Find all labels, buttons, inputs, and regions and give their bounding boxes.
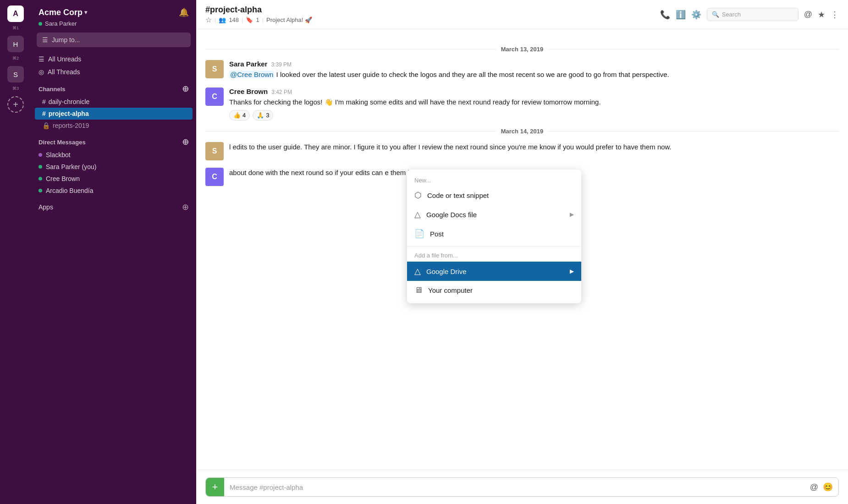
google-docs-icon: △ — [414, 209, 421, 219]
computer-icon: 🖥 — [414, 285, 423, 295]
jump-to-label: Jump to... — [52, 36, 80, 44]
cree-sender-name[interactable]: Cree Brown — [229, 88, 268, 95]
attachment-dropdown: New... ⬡ Code or text snippet △ Google D… — [407, 170, 581, 303]
workspace-name[interactable]: Acme Corp ▾ — [39, 8, 87, 17]
reaction-pray[interactable]: 🙏 3 — [253, 110, 273, 121]
arcadio-status-icon — [39, 189, 42, 192]
cree-message-time: 3:42 PM — [271, 89, 292, 95]
reaction-thumbsup[interactable]: 👍 4 — [229, 110, 250, 121]
sara-message-header: Sara Parker 3:39 PM — [229, 60, 839, 68]
emoji-icon[interactable]: 😊 — [823, 482, 833, 492]
dropdown-your-computer[interactable]: 🖥 Your computer — [407, 281, 581, 300]
notifications-bell-icon[interactable]: 🔔 — [179, 7, 189, 17]
mention-icon[interactable]: @ — [804, 10, 812, 19]
dm-arcadio-buendia[interactable]: Arcadio Buendía — [31, 185, 196, 197]
search-placeholder: Search — [722, 11, 741, 18]
search-icon: 🔍 — [712, 11, 719, 18]
post-icon: 📄 — [414, 229, 424, 239]
channel-hash-icon: # — [42, 98, 46, 105]
phone-icon[interactable]: 📞 — [660, 10, 670, 20]
user-status: Sara Parker — [31, 19, 196, 33]
dropdown-code-snippet[interactable]: ⬡ Code or text snippet — [407, 186, 581, 205]
dropdown-google-drive[interactable]: △ Google Drive ▶ — [407, 262, 581, 281]
jump-to-button[interactable]: ☰ Jump to... — [37, 33, 191, 47]
dropdown-new-label: New... — [407, 173, 581, 186]
settings-icon[interactable]: ⚙️ — [691, 10, 701, 20]
channel-meta: ☆ | 👥 148 | 🔖 1 | Project Alpha! 🚀 — [205, 16, 312, 24]
sara-sender-name[interactable]: Sara Parker — [229, 60, 267, 68]
sara-message-time: 3:39 PM — [271, 61, 292, 68]
add-dm-icon[interactable]: ⊕ — [182, 137, 189, 147]
google-docs-arrow-icon: ▶ — [570, 211, 574, 218]
status-dot-icon — [39, 22, 42, 26]
sara-avatar: S — [205, 60, 224, 78]
channel-star-icon[interactable]: ☆ — [205, 16, 212, 24]
dropdown-google-docs[interactable]: △ Google Docs file ▶ — [407, 205, 581, 224]
unreads-icon: ☰ — [39, 55, 44, 63]
bookmarks-count: 1 — [256, 16, 259, 23]
rail-shortcut-2: ⌘2 — [12, 56, 19, 60]
cree-avatar: C — [205, 88, 224, 106]
channel-name: #project-alpha — [205, 5, 262, 15]
partial1-message: l edits to the user guide. They are mino… — [229, 142, 839, 160]
more-icon[interactable]: ⋮ — [831, 10, 839, 20]
apps-section[interactable]: Apps ⊕ — [31, 197, 196, 214]
dm-slackbot[interactable]: Slackbot — [31, 149, 196, 161]
left-rail: A ⌘1 H ⌘2 S ⌘3 + — [0, 0, 31, 504]
message-input-field[interactable] — [224, 479, 804, 496]
google-drive-icon: △ — [414, 266, 421, 276]
dropdown-post[interactable]: 📄 Post — [407, 224, 581, 243]
sidebar-item-all-threads[interactable]: ◎ All Threads — [31, 66, 196, 78]
sidebar-channel-project-alpha[interactable]: # project-alpha — [35, 108, 193, 120]
sidebar-channel-daily-chronicle[interactable]: # daily-chronicle — [35, 96, 193, 108]
channel-header-left: #project-alpha ☆ | 👥 148 | 🔖 1 | Project… — [205, 5, 312, 24]
dropdown-divider — [407, 246, 581, 247]
message-add-button[interactable]: + — [206, 478, 224, 496]
date-divider-2: March 14, 2019 — [205, 128, 839, 135]
rail-item-h[interactable]: H — [7, 36, 24, 52]
search-box[interactable]: 🔍 Search — [707, 8, 798, 21]
members-count: 148 — [229, 16, 239, 23]
channel-header-right: 📞 ℹ️ ⚙️ 🔍 Search @ ★ ⋮ — [660, 8, 839, 21]
add-workspace-button[interactable]: + — [7, 96, 24, 113]
channels-section-header: Channels ⊕ — [31, 78, 196, 96]
channel-header: #project-alpha ☆ | 👥 148 | 🔖 1 | Project… — [196, 0, 848, 29]
workspace-avatar[interactable]: A — [7, 5, 24, 22]
channel-description: Project Alpha! 🚀 — [266, 16, 312, 23]
channel-hash-active-icon: # — [42, 110, 46, 117]
slackbot-status-icon — [39, 153, 42, 157]
user-name-label: Sara Parker — [45, 20, 77, 27]
star-header-icon[interactable]: ★ — [818, 10, 825, 20]
sara-message-text: @Cree Brown I looked over the latest use… — [229, 70, 839, 80]
sidebar-item-all-unreads[interactable]: ☰ All Unreads — [31, 53, 196, 66]
partial1-avatar: S — [205, 142, 224, 160]
at-mention-icon[interactable]: @ — [810, 482, 818, 492]
threads-icon: ◎ — [39, 68, 44, 76]
rail-shortcut-3: ⌘3 — [12, 86, 19, 91]
sidebar-channel-reports-2019[interactable]: 🔒 reports-2019 — [35, 120, 193, 131]
date-divider-1: March 13, 2019 — [205, 46, 839, 53]
cree-mention[interactable]: @Cree Brown — [229, 71, 274, 78]
workspace-shortcut: ⌘1 — [12, 26, 19, 30]
dm-cree-brown[interactable]: Cree Brown — [31, 173, 196, 185]
sara-message-content: Sara Parker 3:39 PM @Cree Brown I looked… — [229, 60, 839, 80]
add-app-icon[interactable]: ⊕ — [182, 202, 189, 212]
add-channel-icon[interactable]: ⊕ — [182, 84, 189, 94]
reactions: 👍 4 🙏 3 — [229, 110, 839, 121]
sara-status-icon — [39, 165, 42, 169]
workspace-chevron-icon: ▾ — [84, 9, 87, 16]
partial1-text: l edits to the user guide. They are mino… — [229, 142, 839, 153]
main-content: #project-alpha ☆ | 👥 148 | 🔖 1 | Project… — [196, 0, 848, 504]
sidebar: Acme Corp ▾ 🔔 Sara Parker ☰ Jump to... ☰… — [31, 0, 196, 504]
cree-message-text: Thanks for checking the logos! 👋 I'm mak… — [229, 97, 839, 108]
input-actions: @ 😊 — [804, 482, 838, 492]
rail-item-s[interactable]: S — [7, 66, 24, 82]
cree-status-icon — [39, 177, 42, 181]
add-file-label: Add a file from... — [407, 249, 581, 262]
dm-sara-parker[interactable]: Sara Parker (you) — [31, 161, 196, 173]
message-group-partial1: S l edits to the user guide. They are mi… — [205, 142, 839, 160]
dm-section-header: Direct Messages ⊕ — [31, 131, 196, 149]
code-snippet-icon: ⬡ — [414, 190, 422, 200]
info-icon[interactable]: ℹ️ — [676, 10, 686, 20]
sidebar-header: Acme Corp ▾ 🔔 — [31, 0, 196, 19]
